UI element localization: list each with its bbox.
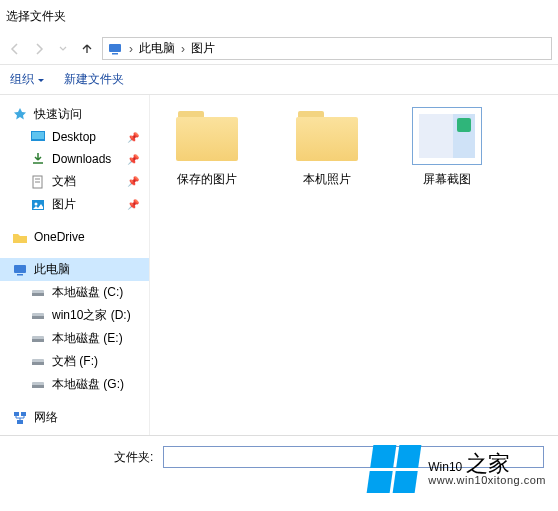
- pc-icon: [12, 262, 28, 278]
- svg-rect-16: [32, 339, 44, 342]
- svg-rect-9: [14, 265, 26, 273]
- pin-icon: 📌: [127, 199, 139, 210]
- document-icon: [30, 174, 46, 190]
- pin-icon: 📌: [127, 132, 139, 143]
- sidebar-drive-g[interactable]: 本地磁盘 (G:): [0, 373, 149, 396]
- sidebar-drive-f[interactable]: 文档 (F:): [0, 350, 149, 373]
- svg-rect-18: [32, 362, 44, 365]
- pin-icon: 📌: [127, 176, 139, 187]
- content-area[interactable]: 保存的图片 本机照片 屏幕截图: [150, 95, 558, 435]
- pin-icon: 📌: [127, 154, 139, 165]
- pc-icon: [107, 41, 123, 57]
- sidebar-desktop[interactable]: Desktop📌: [0, 126, 149, 148]
- svg-rect-20: [32, 385, 44, 388]
- sidebar-drive-d[interactable]: win10之家 (D:): [0, 304, 149, 327]
- drive-icon: [30, 285, 46, 301]
- sidebar-documents[interactable]: 文档📌: [0, 170, 149, 193]
- sidebar-drive-e[interactable]: 本地磁盘 (E:): [0, 327, 149, 350]
- svg-rect-22: [21, 412, 26, 416]
- folder-screenshots[interactable]: 屏幕截图: [402, 107, 492, 188]
- svg-rect-10: [17, 274, 23, 276]
- breadcrumb-current[interactable]: 图片: [191, 40, 215, 57]
- address-bar[interactable]: › 此电脑 › 图片: [102, 37, 552, 60]
- windows-logo-icon: [367, 445, 422, 493]
- folder-name-label: 文件夹:: [114, 449, 153, 466]
- new-folder-button[interactable]: 新建文件夹: [64, 71, 124, 88]
- svg-rect-12: [32, 293, 44, 296]
- folder-saved-pictures[interactable]: 保存的图片: [162, 107, 252, 188]
- svg-rect-0: [109, 44, 121, 52]
- folder-label: 屏幕截图: [423, 171, 471, 188]
- drive-icon: [30, 308, 46, 324]
- folder-icon: [12, 229, 28, 245]
- folder-label: 本机照片: [303, 171, 351, 188]
- nav-bar: › 此电脑 › 图片: [0, 33, 558, 65]
- chevron-right-icon: ›: [129, 42, 133, 56]
- sidebar-this-pc[interactable]: 此电脑: [0, 258, 149, 281]
- svg-rect-21: [14, 412, 19, 416]
- toolbar: 组织 新建文件夹: [0, 65, 558, 95]
- breadcrumb-root[interactable]: 此电脑: [139, 40, 175, 57]
- star-icon: [12, 107, 28, 123]
- window-title: 选择文件夹: [0, 0, 558, 33]
- sidebar-downloads[interactable]: Downloads📌: [0, 148, 149, 170]
- up-button[interactable]: [78, 40, 96, 58]
- sidebar-network[interactable]: 网络: [0, 406, 149, 429]
- svg-rect-1: [112, 53, 118, 55]
- folder-thumbnail: [412, 107, 482, 165]
- folder-camera-roll[interactable]: 本机照片: [282, 107, 372, 188]
- svg-rect-3: [32, 132, 44, 139]
- sidebar-onedrive[interactable]: OneDrive: [0, 226, 149, 248]
- sidebar-pictures[interactable]: 图片📌: [0, 193, 149, 216]
- watermark: Win10之家 www.win10xitong.com: [370, 445, 546, 493]
- svg-rect-23: [17, 420, 23, 424]
- sidebar-drive-c[interactable]: 本地磁盘 (C:): [0, 281, 149, 304]
- back-button[interactable]: [6, 40, 24, 58]
- chevron-right-icon: ›: [181, 42, 185, 56]
- svg-point-8: [35, 202, 38, 205]
- forward-button[interactable]: [30, 40, 48, 58]
- folder-label: 保存的图片: [177, 171, 237, 188]
- sidebar: 快速访问 Desktop📌 Downloads📌 文档📌 图片📌 OneDriv…: [0, 95, 150, 435]
- sidebar-quick-access[interactable]: 快速访问: [0, 103, 149, 126]
- drive-icon: [30, 354, 46, 370]
- organize-menu[interactable]: 组织: [10, 71, 46, 88]
- drive-icon: [30, 377, 46, 393]
- desktop-icon: [30, 129, 46, 145]
- folder-icon: [292, 107, 362, 165]
- download-icon: [30, 151, 46, 167]
- svg-rect-14: [32, 316, 44, 319]
- network-icon: [12, 410, 28, 426]
- recent-dropdown[interactable]: [54, 40, 72, 58]
- pictures-icon: [30, 197, 46, 213]
- drive-icon: [30, 331, 46, 347]
- folder-icon: [172, 107, 242, 165]
